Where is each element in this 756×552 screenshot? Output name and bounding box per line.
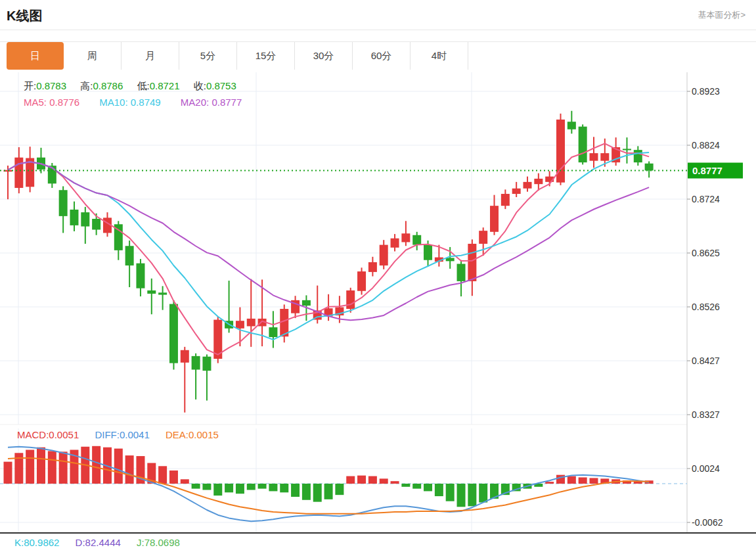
svg-text:0.8824: 0.8824 xyxy=(692,140,720,150)
svg-text:0.8327: 0.8327 xyxy=(692,409,720,420)
kdj-j-value: J:78.0698 xyxy=(137,537,180,548)
ma-lines xyxy=(8,143,649,354)
dea-value: DEA:0.0015 xyxy=(166,429,219,440)
diff-value: DIFF:0.0041 xyxy=(95,429,149,440)
macd-value: MACD:0.0051 xyxy=(17,429,79,440)
ma20-legend: MA20: 0.8777 xyxy=(181,97,242,108)
low-label: 低: xyxy=(137,80,149,91)
svg-text:-0.0062: -0.0062 xyxy=(692,517,723,528)
svg-text:0.8923: 0.8923 xyxy=(692,86,720,97)
high-label: 高: xyxy=(80,80,93,91)
current-price-line: 0.8777 xyxy=(0,163,743,179)
ma-legend: MA5: 0.8776 MA10: 0.8749 MA20: 0.8777 xyxy=(24,97,242,108)
close-label: 收: xyxy=(194,80,206,91)
kline-page: { "header": { "title": "K线图", "link_labe… xyxy=(0,0,756,552)
svg-text:0.8625: 0.8625 xyxy=(692,248,720,258)
kdj-d-value: D:82.4444 xyxy=(76,537,121,548)
candlesticks xyxy=(4,111,654,413)
macd-legend: MACD:0.0051 DIFF:0.0041 DEA:0.0015 xyxy=(17,429,219,440)
svg-text:0.8724: 0.8724 xyxy=(692,194,720,204)
low-value: 0.8721 xyxy=(150,80,180,91)
ma10-legend: MA10: 0.8749 xyxy=(99,97,160,108)
high-value: 0.8786 xyxy=(93,80,123,91)
svg-text:0.8526: 0.8526 xyxy=(692,302,720,312)
kdj-legend: K:80.9862 D:82.4444 J:78.0698 xyxy=(14,537,180,548)
close-value: 0.8753 xyxy=(206,80,236,91)
price-axis: 0.89230.88240.87240.86250.85260.84270.83… xyxy=(687,72,723,532)
ohlc-legend: 开:0.8783 高:0.8786 低:0.8721 收:0.8753 xyxy=(24,80,248,93)
ma5-legend: MA5: 0.8776 xyxy=(24,97,79,108)
open-value: 0.8783 xyxy=(36,80,66,91)
svg-text:0.0024: 0.0024 xyxy=(692,463,720,474)
open-label: 开: xyxy=(24,80,36,91)
current-price-label: 0.8777 xyxy=(692,165,723,176)
svg-text:0.8427: 0.8427 xyxy=(692,356,720,366)
kdj-k-value: K:80.9862 xyxy=(14,537,59,548)
macd-histogram xyxy=(4,446,654,507)
